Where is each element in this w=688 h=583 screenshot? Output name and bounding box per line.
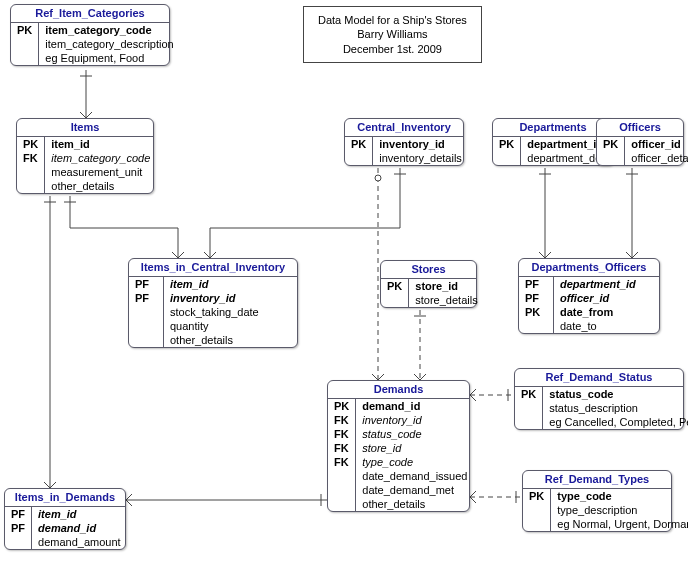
entity-attribute-row: PFdepartment_id: [519, 277, 659, 291]
entity-attribute-row: eg Cancelled, Completed, Pending: [515, 415, 688, 429]
entity-attribute-row: eg Normal, Urgent, Dormant: [523, 517, 688, 531]
entity-ref-demand-types: Ref_Demand_Types PKtype_codetype_descrip…: [522, 470, 672, 532]
diagram-title-box: Data Model for a Ship's Stores Barry Wil…: [303, 6, 482, 63]
entity-title: Departments: [493, 119, 613, 137]
title-line3: December 1st. 2009: [318, 42, 467, 56]
key-indicator: [597, 151, 625, 165]
entity-stores: Stores PKstore_idstore_details: [380, 260, 477, 308]
entity-attribute-row: date_to: [519, 319, 659, 333]
entity-attribute-row: other_details: [129, 333, 297, 347]
entity-attribute-row: measurement_unit: [17, 165, 156, 179]
entity-ref-item-categories: Ref_Item_Categories PKitem_category_code…: [10, 4, 170, 66]
attribute-name: demand_id: [356, 399, 474, 413]
key-indicator: PF: [129, 277, 164, 291]
entity-attribute-row: FKitem_category_code: [17, 151, 156, 165]
entity-title: Items: [17, 119, 153, 137]
entity-attribute-row: PKdemand_id: [328, 399, 473, 413]
title-line1: Data Model for a Ship's Stores: [318, 13, 467, 27]
entity-attribute-row: PKinventory_id: [345, 137, 468, 151]
entity-title: Stores: [381, 261, 476, 279]
entity-attribute-row: PFitem_id: [5, 507, 127, 521]
key-indicator: PK: [493, 137, 521, 151]
entity-attribute-row: PKitem_id: [17, 137, 156, 151]
entity-title: Ref_Item_Categories: [11, 5, 169, 23]
entity-attribute-row: PKofficer_id: [597, 137, 688, 151]
key-indicator: PF: [5, 507, 32, 521]
entity-attribute-row: officer_details: [597, 151, 688, 165]
key-indicator: PK: [11, 23, 39, 37]
attribute-name: inventory_id: [164, 291, 298, 305]
key-indicator: [5, 535, 32, 549]
entity-attribute-row: eg Equipment, Food: [11, 51, 180, 65]
entity-central-inventory: Central_Inventory PKinventory_idinventor…: [344, 118, 464, 166]
attribute-name: status_description: [543, 401, 688, 415]
attribute-name: department_id: [554, 277, 660, 291]
attribute-name: quantity: [164, 319, 298, 333]
key-indicator: [515, 401, 543, 415]
attribute-name: inventory_id: [373, 137, 468, 151]
attribute-name: other_details: [164, 333, 298, 347]
key-indicator: FK: [328, 455, 356, 469]
attribute-name: officer_id: [554, 291, 660, 305]
entity-title: Items_in_Demands: [5, 489, 125, 507]
entity-title: Ref_Demand_Status: [515, 369, 683, 387]
entity-attribute-row: PKdate_from: [519, 305, 659, 319]
entity-attribute-row: date_demand_issued: [328, 469, 473, 483]
entity-attribute-row: PFofficer_id: [519, 291, 659, 305]
key-indicator: [345, 151, 373, 165]
attribute-name: store_details: [409, 293, 484, 307]
key-indicator: [17, 165, 45, 179]
attribute-name: status_code: [543, 387, 688, 401]
entity-items: Items PKitem_idFKitem_category_codemeasu…: [16, 118, 154, 194]
entity-attribute-row: PKstatus_code: [515, 387, 688, 401]
attribute-name: store_id: [356, 441, 474, 455]
attribute-name: item_id: [45, 137, 157, 151]
entity-attribute-row: stock_taking_date: [129, 305, 297, 319]
attribute-name: item_id: [32, 507, 127, 521]
entity-title: Items_in_Central_Inventory: [129, 259, 297, 277]
key-indicator: FK: [328, 441, 356, 455]
attribute-name: type_code: [356, 455, 474, 469]
attribute-name: item_category_description: [39, 37, 180, 51]
entity-attribute-row: status_description: [515, 401, 688, 415]
key-indicator: [515, 415, 543, 429]
attribute-name: item_id: [164, 277, 298, 291]
entity-attribute-row: FKtype_code: [328, 455, 473, 469]
attribute-name: item_category_code: [39, 23, 180, 37]
key-indicator: PK: [523, 489, 551, 503]
key-indicator: PK: [17, 137, 45, 151]
entity-title: Demands: [328, 381, 469, 399]
entity-attribute-row: demand_amount: [5, 535, 127, 549]
key-indicator: [129, 305, 164, 319]
key-indicator: [17, 179, 45, 193]
key-indicator: [129, 333, 164, 347]
attribute-name: type_description: [551, 503, 688, 517]
entity-title: Ref_Demand_Types: [523, 471, 671, 489]
key-indicator: [328, 469, 356, 483]
key-indicator: [519, 319, 554, 333]
entity-demands: Demands PKdemand_idFKinventory_idFKstatu…: [327, 380, 470, 512]
key-indicator: [328, 483, 356, 497]
entity-ref-demand-status: Ref_Demand_Status PKstatus_codestatus_de…: [514, 368, 684, 430]
entity-attribute-row: quantity: [129, 319, 297, 333]
entity-title: Central_Inventory: [345, 119, 463, 137]
attribute-name: inventory_id: [356, 413, 474, 427]
entity-attribute-row: PKtype_code: [523, 489, 688, 503]
key-indicator: FK: [17, 151, 45, 165]
entity-attribute-row: PFdemand_id: [5, 521, 127, 535]
attribute-name: eg Equipment, Food: [39, 51, 180, 65]
key-indicator: [129, 319, 164, 333]
key-indicator: FK: [328, 427, 356, 441]
entity-attribute-row: other_details: [17, 179, 156, 193]
attribute-name: demand_id: [32, 521, 127, 535]
attribute-name: inventory_details: [373, 151, 468, 165]
entity-items-in-central-inventory: Items_in_Central_Inventory PFitem_idPFin…: [128, 258, 298, 348]
entity-title: Departments_Officers: [519, 259, 659, 277]
entity-title: Officers: [597, 119, 683, 137]
entity-attribute-row: FKinventory_id: [328, 413, 473, 427]
key-indicator: [328, 497, 356, 511]
attribute-name: type_code: [551, 489, 688, 503]
key-indicator: PK: [328, 399, 356, 413]
key-indicator: PF: [5, 521, 32, 535]
title-line2: Barry Williams: [318, 27, 467, 41]
